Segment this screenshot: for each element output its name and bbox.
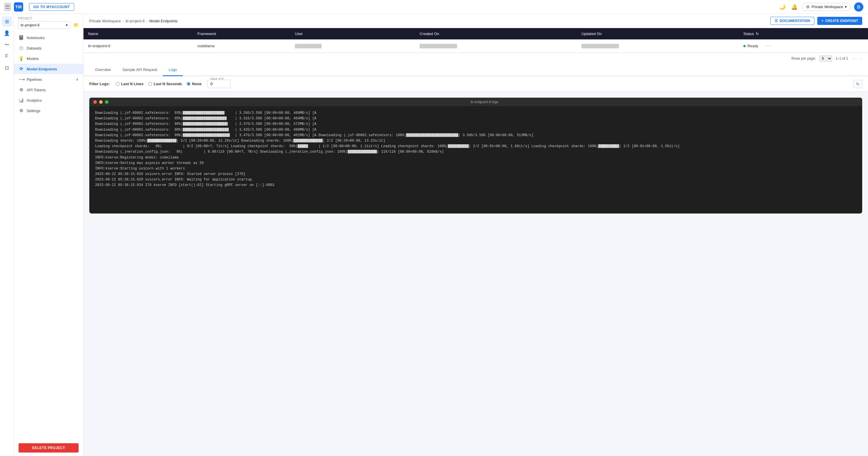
- terminal-close-button[interactable]: [93, 100, 97, 104]
- workspace-selector[interactable]: ⚙ Private Workspace ▾: [802, 3, 850, 11]
- delete-project-button[interactable]: DELETE PROJECT: [19, 443, 79, 453]
- project-folder-button[interactable]: 📁: [73, 22, 79, 28]
- status-text: Ready: [747, 44, 758, 48]
- tab-overview[interactable]: Overview: [89, 64, 117, 76]
- tabs-bar: Overview Sample API Request Logs: [84, 64, 868, 76]
- rows-per-page-label: Rows per page:: [792, 57, 816, 61]
- breadcrumb: Private Workspace › tir-project-6 › Mode…: [89, 19, 178, 23]
- sidebar-item-api-tokens[interactable]: ⚙ API Tokens: [14, 85, 83, 95]
- notifications-button[interactable]: 🔔: [790, 3, 799, 11]
- col-updated-on: Updated On: [577, 28, 739, 39]
- workspace-chevron-icon: ▾: [845, 5, 847, 9]
- radio-last-n-lines[interactable]: Last N Lines: [116, 82, 144, 86]
- rail-f-button[interactable]: F: [2, 51, 12, 61]
- refresh-logs-button[interactable]: ↻: [854, 80, 862, 88]
- sidebar-label-notebooks: Notebooks: [27, 36, 44, 40]
- status-dot-icon: [743, 45, 746, 47]
- doc-label: DOCUMENTATION: [780, 19, 810, 23]
- radio-input-last-n-lines[interactable]: [116, 82, 119, 86]
- cell-created-on: ██████████████: [415, 39, 577, 53]
- sidebar-item-pipelines[interactable]: ⟶ Pipelines ∧: [14, 74, 83, 85]
- create-endpoint-button[interactable]: + CREATE ENDPOINT: [817, 17, 862, 25]
- sidebar-item-model-endpoints[interactable]: ⟳ Model Endpoints: [14, 64, 83, 74]
- col-name: Name: [84, 28, 193, 39]
- sidebar-label-datasets: Datasets: [27, 46, 41, 51]
- top-actions: ☰ DOCUMENTATION + CREATE ENDPOINT: [770, 17, 862, 25]
- terminal-title: tir-endpoint-6 logs: [111, 100, 858, 104]
- refresh-status-icon[interactable]: ↻: [756, 32, 759, 36]
- next-page-button[interactable]: ›: [859, 55, 863, 62]
- breadcrumb-sep-2: ›: [146, 19, 148, 23]
- pipelines-chevron-icon: ∧: [76, 77, 79, 82]
- radio-input-last-n-seconds[interactable]: [148, 82, 152, 86]
- page-info: 1–1 of 1: [836, 57, 848, 61]
- hamburger-button[interactable]: ☰: [5, 3, 10, 11]
- datasets-icon: ⬡: [19, 45, 24, 51]
- icon-rail: ⊞ 👤 〜 F ⊡: [0, 14, 14, 456]
- logo: TIR: [14, 2, 23, 11]
- terminal-titlebar: tir-endpoint-6 logs: [89, 98, 862, 106]
- terminal-maximize-button[interactable]: [105, 100, 108, 104]
- rail-users-button[interactable]: 👤: [2, 28, 12, 38]
- value-of-n-input[interactable]: [207, 80, 230, 88]
- radio-none[interactable]: None: [187, 82, 202, 86]
- cell-user: ██████████: [290, 39, 415, 53]
- terminal: tir-endpoint-6 logs Downloading (…)of-00…: [89, 98, 862, 214]
- terminal-minimize-button[interactable]: [99, 100, 103, 104]
- terminal-body[interactable]: Downloading (…)of-00002.safetensors: 93%…: [89, 106, 862, 192]
- cell-name: tir-endpoint-6: [84, 39, 193, 53]
- sidebar-item-models[interactable]: 💡 Models: [14, 53, 83, 64]
- cell-framework: codellama: [193, 39, 290, 53]
- sidebar-label-models: Models: [27, 57, 39, 61]
- col-user: User: [290, 28, 415, 39]
- tab-logs[interactable]: Logs: [163, 64, 183, 76]
- radio-last-n-seconds[interactable]: Last N Seconds: [148, 82, 182, 86]
- col-status: Status ↻: [739, 28, 868, 39]
- breadcrumb-project: tir-project-6: [126, 19, 145, 23]
- filter-logs-label: Filter Logs:: [89, 82, 110, 86]
- tab-sample-api[interactable]: Sample API Request: [117, 64, 163, 76]
- cell-status: Ready ···: [739, 39, 868, 53]
- create-icon: +: [821, 19, 824, 23]
- table-section: Name Framework User Created On Updated O…: [84, 28, 868, 64]
- terminal-wrap: tir-endpoint-6 logs Downloading (…)of-00…: [84, 92, 868, 456]
- top-bar: Private Workspace › tir-project-6 › Mode…: [84, 14, 868, 28]
- project-select[interactable]: tir-project-6 ▾: [18, 21, 70, 29]
- doc-icon: ☰: [775, 19, 778, 23]
- model-endpoints-icon: ⟳: [19, 66, 24, 71]
- project-name: tir-project-6: [21, 23, 40, 27]
- notebooks-icon: 📓: [19, 35, 24, 40]
- radio-input-none[interactable]: [187, 82, 190, 86]
- row-more-button[interactable]: ···: [765, 43, 771, 49]
- top-nav: ☰ TIR GO TO MYACCOUNT 🌙 🔔 ⚙ Private Work…: [0, 0, 868, 14]
- create-label: CREATE ENDPOINT: [825, 19, 858, 23]
- workspace-label: Private Workspace: [811, 5, 843, 9]
- sidebar-label-api-tokens: API Tokens: [27, 88, 46, 92]
- sidebar-label-pipelines: Pipelines: [27, 77, 42, 82]
- rail-analytics-button[interactable]: 〜: [2, 39, 12, 50]
- analytics-icon: 📊: [19, 98, 24, 103]
- project-section: Project tir-project-6 ▾ 📁: [14, 14, 83, 30]
- rail-dashboard-button[interactable]: ⊞: [2, 16, 12, 27]
- prev-page-button[interactable]: ‹: [851, 55, 857, 62]
- go-to-myaccount-button[interactable]: GO TO MYACCOUNT: [29, 3, 74, 11]
- documentation-button[interactable]: ☰ DOCUMENTATION: [770, 17, 814, 25]
- avatar[interactable]: D: [854, 2, 863, 11]
- sidebar-item-analytics[interactable]: 📊 Analytics: [14, 95, 83, 105]
- rail-grid-button[interactable]: ⊡: [2, 63, 12, 73]
- sidebar-item-datasets[interactable]: ⬡ Datasets: [14, 43, 83, 53]
- sidebar: Project tir-project-6 ▾ 📁 📓 Notebooks ⬡ …: [14, 14, 84, 456]
- sidebar-label-settings: Settings: [27, 109, 40, 113]
- value-of-n-label: Value of N: [210, 77, 224, 80]
- sidebar-item-notebooks[interactable]: 📓 Notebooks: [14, 32, 83, 43]
- endpoints-table: Name Framework User Created On Updated O…: [84, 28, 868, 53]
- page-nav: ‹ ›: [851, 55, 863, 62]
- value-of-n-wrap: Value of N: [207, 80, 230, 88]
- sidebar-label-model-endpoints: Model Endpoints: [27, 67, 57, 71]
- sidebar-item-settings[interactable]: ⚙ Settings: [14, 105, 83, 116]
- rows-per-page-select[interactable]: 5 10 25: [819, 55, 832, 62]
- dark-mode-button[interactable]: 🌙: [778, 3, 786, 11]
- breadcrumb-sep-1: ›: [123, 19, 124, 23]
- pipelines-icon: ⟶: [19, 77, 24, 82]
- main-content: Private Workspace › tir-project-6 › Mode…: [84, 14, 868, 456]
